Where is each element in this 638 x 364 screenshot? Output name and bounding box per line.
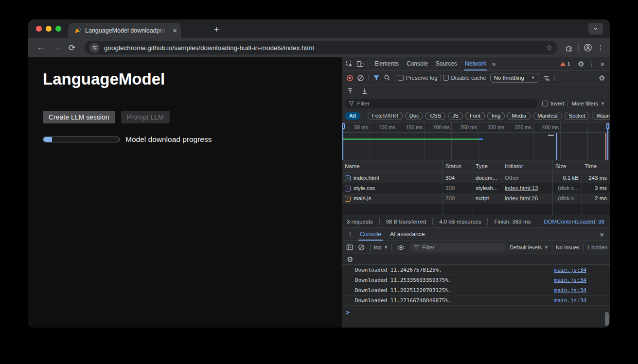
console-filter-input[interactable] <box>422 244 502 250</box>
clear-console-icon[interactable] <box>356 242 367 253</box>
disable-cache-label: Disable cache <box>451 75 486 81</box>
drawer-menu-icon[interactable]: ⋮ <box>345 229 355 240</box>
chip-fetch-xhr[interactable]: Fetch/XHR <box>368 112 403 120</box>
log-levels-dropdown[interactable]: Default levels ▼ <box>510 244 549 250</box>
network-settings-icon[interactable]: ⚙ <box>597 72 607 83</box>
tab-close-icon[interactable]: × <box>173 27 177 34</box>
gridline <box>424 122 425 160</box>
site-info-button[interactable] <box>89 43 100 53</box>
console-message[interactable]: Downloaded 11.25335693359375%. main.js:3… <box>342 275 610 285</box>
summary-divider <box>432 218 433 225</box>
invert-checkbox[interactable]: Invert <box>542 101 565 106</box>
chip-media[interactable]: Media <box>507 112 531 120</box>
table-row[interactable]: ≡ index.html 304 docum... Other 0.1 kB 2… <box>342 173 610 183</box>
column-divider[interactable] <box>552 160 553 215</box>
devtools-menu-icon[interactable]: ⋮ <box>586 59 597 69</box>
inspect-element-icon[interactable] <box>344 59 354 69</box>
tab-network[interactable]: Network <box>461 57 490 70</box>
disable-cache-checkbox[interactable]: Disable cache <box>443 75 486 81</box>
column-header-status[interactable]: Status <box>443 160 473 173</box>
forward-button[interactable]: → <box>50 41 63 54</box>
network-toolbar: Preserve log Disable cache No throttling… <box>342 71 610 85</box>
message-source-link[interactable]: main.js:34 <box>554 297 586 304</box>
tab-sources[interactable]: Sources <box>432 57 461 70</box>
console-message[interactable]: Downloaded 11.26251220703125%. main.js:3… <box>342 285 610 295</box>
chip-all[interactable]: All <box>345 112 360 120</box>
initiator-link[interactable]: index.html:13 <box>505 185 538 191</box>
hidden-messages-count[interactable]: 1 hidden <box>587 244 607 250</box>
console-settings-icon[interactable]: ⚙ <box>345 254 355 265</box>
throttling-select[interactable]: No throttling ▼ <box>490 73 539 83</box>
issues-counter[interactable]: No Issues <box>556 244 580 250</box>
column-header-type[interactable]: Type <box>473 160 502 173</box>
devtools-close-icon[interactable]: × <box>597 59 608 69</box>
column-header-time[interactable]: Time <box>582 160 610 173</box>
column-divider[interactable] <box>443 160 443 215</box>
chip-css[interactable]: CSS <box>425 112 445 120</box>
devtools-settings-icon[interactable]: ⚙ <box>576 59 586 69</box>
tab-elements[interactable]: Elements <box>371 57 403 70</box>
console-scrollbar-thumb[interactable] <box>605 312 609 326</box>
network-conditions-icon[interactable] <box>541 72 552 83</box>
chip-wasm[interactable]: Wasm <box>592 112 610 120</box>
address-bar[interactable]: googlechrome.github.io/samples/downloadi… <box>85 41 557 54</box>
column-header-size[interactable]: Size <box>552 160 582 173</box>
table-header: Name Status Type Initiator Size Time <box>342 160 610 173</box>
column-header-initiator[interactable]: Initiator <box>502 160 552 173</box>
table-row[interactable]: • main.js 200 script index.html:26 (disk… <box>342 193 610 204</box>
clear-network-log-icon[interactable] <box>355 72 366 83</box>
prompt-llm-button[interactable]: Prompt LLM <box>121 111 170 123</box>
gridline <box>370 122 370 160</box>
extensions-puzzle-icon[interactable] <box>565 44 573 52</box>
chip-socket[interactable]: Socket <box>565 112 590 120</box>
console-message[interactable]: Downloaded 11.24267578125%. main.js:34 <box>342 265 610 275</box>
more-tabs-icon[interactable]: » <box>490 60 497 68</box>
message-source-link[interactable]: main.js:34 <box>554 287 586 294</box>
column-divider[interactable] <box>502 160 502 215</box>
browser-tab[interactable]: LanguageModel downloadpro × <box>68 23 181 38</box>
minimize-window-button[interactable] <box>46 26 52 32</box>
console-sidebar-toggle-icon[interactable] <box>344 242 355 253</box>
column-divider[interactable] <box>473 160 473 215</box>
table-row[interactable]: / style.css 200 stylesh... index.html:13… <box>342 183 610 193</box>
column-divider[interactable] <box>582 160 582 215</box>
tab-search-button[interactable] <box>588 23 603 35</box>
drawer-tab-ai-assistance[interactable]: AI assistance <box>386 228 429 241</box>
device-toolbar-icon[interactable] <box>354 59 365 69</box>
browser-menu-icon[interactable]: ⋮ <box>597 44 604 52</box>
message-source-link[interactable]: main.js:34 <box>554 277 586 283</box>
back-button[interactable]: ← <box>34 41 48 54</box>
network-search-icon[interactable] <box>382 72 392 83</box>
drawer-tab-console[interactable]: Console <box>355 228 386 241</box>
reload-button[interactable]: ⟳ <box>65 41 79 54</box>
chip-manifest[interactable]: Manifest <box>533 112 562 120</box>
message-source-link[interactable]: main.js:34 <box>554 267 586 273</box>
console-prompt[interactable]: > <box>342 306 610 328</box>
profile-avatar-icon[interactable] <box>584 43 592 52</box>
chip-js[interactable]: JS <box>448 112 463 120</box>
preserve-log-checkbox[interactable]: Preserve log <box>398 75 438 81</box>
create-llm-session-button[interactable]: Create LLM session <box>43 111 115 123</box>
chip-img[interactable]: Img <box>487 112 505 120</box>
context-selector[interactable]: top ▼ <box>374 244 388 250</box>
new-tab-button[interactable]: + <box>214 25 219 34</box>
record-network-log-icon[interactable] <box>344 72 355 83</box>
export-har-icon[interactable] <box>359 86 370 96</box>
console-message[interactable]: Downloaded 11.27166748046875%. main.js:3… <box>342 295 610 306</box>
drawer-close-icon[interactable]: × <box>597 230 607 239</box>
import-har-icon[interactable] <box>345 86 355 96</box>
network-filter-input[interactable] <box>357 101 533 106</box>
network-overview-timeline[interactable]: 50 ms 100 ms 150 ms 200 ms 250 ms 300 ms… <box>342 122 610 160</box>
close-window-button[interactable] <box>36 26 42 32</box>
tab-console[interactable]: Console <box>403 57 432 70</box>
chip-doc[interactable]: Doc <box>405 112 424 120</box>
network-filter-icon[interactable] <box>371 72 382 83</box>
initiator-link[interactable]: index.html:26 <box>505 195 538 201</box>
chip-font[interactable]: Font <box>465 112 485 120</box>
column-header-name[interactable]: Name <box>342 160 443 173</box>
bookmark-star-icon[interactable]: ☆ <box>546 43 552 52</box>
live-expression-eye-icon[interactable] <box>395 242 406 253</box>
more-filters-dropdown[interactable]: More filters ▼ <box>572 101 605 106</box>
maximize-window-button[interactable] <box>55 26 61 32</box>
issues-warning[interactable]: 1 <box>560 61 570 67</box>
